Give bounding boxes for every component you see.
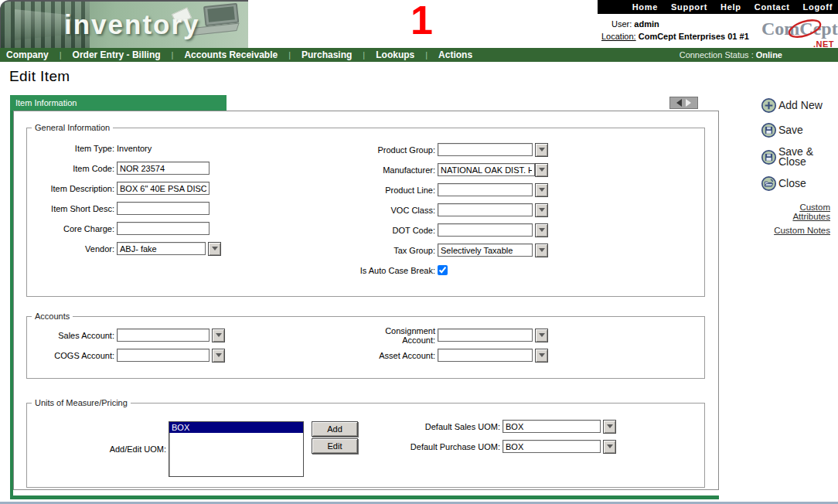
- prev-tab-icon[interactable]: [676, 99, 682, 107]
- default-purchase-uom-dropdown-button[interactable]: [603, 440, 616, 454]
- default-purchase-uom-label: Default Purchase UOM:: [339, 442, 500, 451]
- nav-lookups[interactable]: Lookups: [376, 49, 414, 60]
- voc-class-label: VOC Class:: [352, 206, 435, 215]
- manufacturer-dropdown-button[interactable]: [535, 163, 548, 177]
- chevron-down-icon: [607, 424, 613, 428]
- chevron-down-icon: [539, 168, 545, 172]
- voc-class-dropdown-button[interactable]: [535, 203, 548, 217]
- manufacturer-label: Manufacturer:: [352, 165, 435, 175]
- cogs-account-label: COGS Account:: [29, 351, 114, 360]
- comcept-logo: ComCept .NET: [761, 17, 836, 48]
- user-label: User:: [611, 19, 632, 29]
- tab-item-information[interactable]: Item Information: [10, 95, 227, 111]
- auto-case-break-label: Is Auto Case Break:: [352, 266, 435, 275]
- auto-case-break-checkbox[interactable]: [438, 265, 448, 275]
- item-type-value: Inventory: [117, 144, 152, 153]
- tab-pager[interactable]: [669, 97, 698, 109]
- connection-status-value: Online: [756, 50, 782, 60]
- close-folder-icon: [761, 175, 777, 192]
- product-group-input[interactable]: [438, 143, 533, 156]
- cogs-account-dropdown-button[interactable]: [212, 349, 225, 363]
- uom-list-item[interactable]: BOX: [169, 422, 303, 433]
- product-line-label: Product Line:: [352, 186, 435, 195]
- logoff-link[interactable]: Logoff: [803, 2, 833, 12]
- manufacturer-input[interactable]: [438, 163, 535, 176]
- accounts-legend: Accounts: [32, 312, 73, 321]
- next-tab-icon[interactable]: [686, 99, 691, 107]
- vendor-dropdown-button[interactable]: [208, 242, 221, 256]
- voc-class-input[interactable]: [438, 203, 533, 216]
- product-line-input[interactable]: [438, 183, 533, 196]
- cogs-account-input[interactable]: [117, 349, 210, 362]
- contact-link[interactable]: Contact: [755, 2, 790, 12]
- add-plus-icon: [761, 97, 777, 114]
- chevron-down-icon: [216, 333, 222, 337]
- tax-group-dropdown-button[interactable]: [535, 243, 548, 257]
- save-disk-icon: [761, 149, 777, 165]
- support-link[interactable]: Support: [671, 2, 707, 12]
- product-group-dropdown-button[interactable]: [535, 143, 548, 157]
- custom-attributes-link[interactable]: Custom Attributes: [761, 203, 830, 221]
- top-link-bar: Home Support Help Contact Logoff: [598, 0, 838, 14]
- chevron-down-icon: [216, 353, 222, 357]
- vendor-input[interactable]: [117, 242, 206, 255]
- accounts-section: Accounts Sales Account: COGS Account:: [26, 312, 705, 379]
- action-panel: Add New Save Save & Close: [761, 97, 835, 240]
- general-information-legend: General Information: [32, 123, 113, 132]
- default-sales-uom-label: Default Sales UOM:: [339, 422, 500, 431]
- add-new-button[interactable]: Add New: [761, 97, 835, 114]
- sales-account-dropdown-button[interactable]: [212, 329, 225, 342]
- default-purchase-uom-input[interactable]: [502, 440, 601, 453]
- nav-actions[interactable]: Actions: [438, 49, 472, 60]
- general-information-section: General Information Item Type: Inventory…: [26, 123, 705, 297]
- home-link[interactable]: Home: [632, 2, 658, 12]
- location-link[interactable]: Location:: [601, 32, 636, 41]
- nav-purchasing[interactable]: Purchasing: [301, 49, 352, 60]
- default-sales-uom-input[interactable]: [502, 420, 601, 433]
- close-button[interactable]: Close: [761, 175, 835, 192]
- sales-account-input[interactable]: [117, 329, 210, 342]
- chevron-down-icon: [539, 248, 545, 252]
- connection-status: Connection Status : Online: [680, 50, 838, 60]
- sales-account-label: Sales Account:: [29, 331, 114, 340]
- default-sales-uom-dropdown-button[interactable]: [603, 420, 616, 434]
- asset-account-input[interactable]: [438, 349, 533, 362]
- consignment-account-input[interactable]: [438, 329, 533, 342]
- nav-accounts-receivable[interactable]: Accounts Receivable: [184, 49, 278, 60]
- item-code-label: Item Code:: [29, 164, 114, 173]
- uom-listbox[interactable]: BOX: [169, 421, 304, 477]
- dot-code-dropdown-button[interactable]: [535, 223, 548, 237]
- user-info: User: admin Location: ComCept Enterprise…: [601, 18, 764, 43]
- nav-company[interactable]: Company: [6, 49, 49, 60]
- add-edit-uom-label: Add/Edit UOM:: [29, 444, 166, 454]
- uom-legend: Units of Measure/Pricing: [32, 398, 131, 407]
- item-code-input[interactable]: [117, 162, 210, 175]
- item-description-input[interactable]: [117, 182, 210, 195]
- nav-order-entry-billing[interactable]: Order Entry - Billing: [73, 49, 161, 60]
- vendor-label: Vendor:: [29, 244, 114, 254]
- core-charge-input[interactable]: [117, 222, 210, 235]
- annotation-number: 1: [410, 0, 433, 40]
- asset-account-dropdown-button[interactable]: [535, 349, 548, 363]
- chevron-down-icon: [539, 333, 545, 337]
- chevron-down-icon: [212, 247, 218, 250]
- item-panel: Item Information General Information Ite…: [10, 95, 719, 499]
- product-line-dropdown-button[interactable]: [535, 183, 548, 197]
- help-link[interactable]: Help: [720, 2, 741, 12]
- app-window: inventory 1 Home Support Help Contact Lo…: [0, 0, 838, 504]
- dot-code-input[interactable]: [438, 223, 533, 237]
- product-group-label: Product Group:: [352, 145, 435, 155]
- item-short-desc-label: Item Short Desc:: [29, 204, 114, 213]
- save-disk-icon: [761, 122, 777, 138]
- consignment-account-label: Consignment Account:: [352, 326, 435, 345]
- save-and-close-button[interactable]: Save & Close: [761, 147, 835, 167]
- chevron-down-icon: [539, 188, 545, 192]
- consignment-account-dropdown-button[interactable]: [535, 329, 548, 342]
- custom-notes-link[interactable]: Custom Notes: [761, 226, 830, 235]
- main-navbar: Company| Order Entry - Billing| Accounts…: [0, 48, 838, 62]
- save-button[interactable]: Save: [761, 122, 835, 138]
- item-short-desc-input[interactable]: [117, 202, 210, 215]
- tax-group-input[interactable]: [438, 243, 533, 257]
- chevron-down-icon: [539, 208, 545, 212]
- chevron-down-icon: [539, 353, 545, 357]
